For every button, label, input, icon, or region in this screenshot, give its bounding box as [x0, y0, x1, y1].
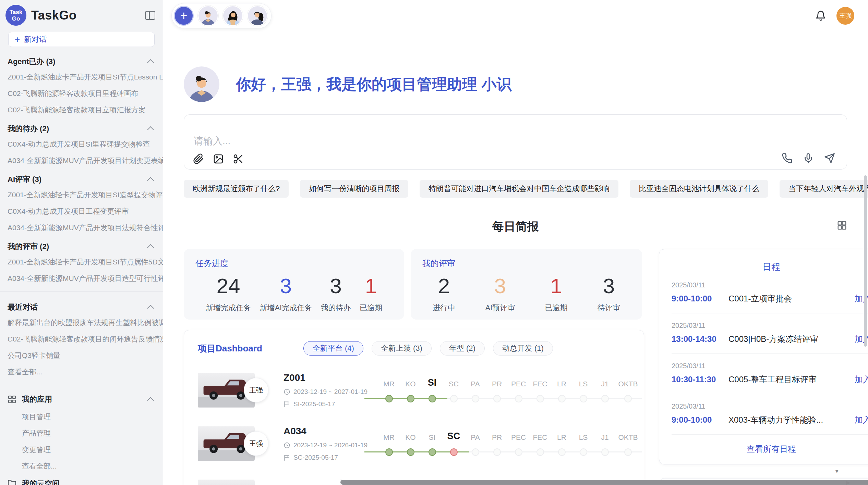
milestone-label: FEC: [533, 380, 547, 388]
suggestion-chip[interactable]: 当下年轻人对汽车外观有怎样的喜好趋势: [780, 180, 868, 198]
milestone-label: PR: [492, 380, 502, 388]
milestone-dot-done: [407, 395, 414, 402]
sidebar-item-my-apps[interactable]: 我的应用: [0, 390, 163, 409]
phone-call-icon[interactable]: [782, 153, 793, 164]
suggestion-chip[interactable]: 特朗普可能对进口汽车增税会对中国车企造成哪些影响: [420, 180, 618, 198]
milestone-dot-done: [407, 448, 414, 456]
dashboard-title: 项目Dashboard: [198, 343, 262, 355]
milestone-dot-done: [385, 395, 393, 402]
milestone-label: MR: [383, 380, 395, 388]
sidebar-item[interactable]: A034-全新新能源MUV产品开发项目造型可行性评审: [0, 270, 163, 287]
sidebar-item[interactable]: A034-全新新能源MUV产品开发项目计划变更表编写: [0, 152, 163, 169]
horizontal-scrollbar[interactable]: ▶: [340, 480, 868, 485]
app-item-change-mgmt[interactable]: 变更管理: [0, 442, 163, 458]
apps-view-all[interactable]: 查看全部...: [0, 458, 163, 474]
stat-pending-review: 3 待评审: [598, 274, 620, 313]
milestone-dot: [515, 448, 522, 456]
app-item-project-mgmt[interactable]: 项目管理: [0, 409, 163, 425]
input-right-icons: [782, 153, 835, 164]
sidebar-item[interactable]: C02-飞腾新能源轻客改款项目里程碑画布: [0, 85, 163, 102]
section-recent-chats[interactable]: 最近对话: [0, 297, 163, 314]
scroll-right-arrow[interactable]: ▶: [846, 480, 850, 485]
topbar: + 王强: [163, 0, 868, 28]
milestone-label: SC: [449, 380, 459, 388]
milestone-dot: [537, 448, 544, 456]
sidebar-item-cloud-space[interactable]: 我的云空间: [0, 474, 163, 485]
recent-chat-item[interactable]: 公司Q3轻卡销量: [0, 347, 163, 364]
project-name: A034: [284, 426, 369, 437]
event-title: C005-整车工程目标评审: [728, 374, 850, 385]
event-date: 2025/03/11: [672, 402, 868, 410]
suggestion-chip[interactable]: 比亚迪全固态电池计划具体说了什么: [630, 180, 768, 198]
milestone-dot: [580, 395, 587, 402]
add-agent-button[interactable]: +: [174, 6, 194, 26]
milestone-dot: [558, 448, 566, 456]
sidebar-item[interactable]: Z001-全新燃油轻卡产品开发项目SI造型提交物评审: [0, 187, 163, 203]
milestone-label: J1: [601, 380, 608, 388]
stat-overdue: 1 已逾期: [360, 274, 382, 313]
content: 你好，王强，我是你的项目管理助理 小识 欧洲新规最近颁布了什么? 如何写一份清晰…: [163, 66, 868, 485]
join-link[interactable]: 加入: [855, 414, 868, 425]
milestone-dot: [537, 395, 544, 402]
assistant-avatar: [184, 66, 219, 102]
task-progress-title: 任务进度: [195, 258, 393, 269]
left-column: 任务进度 24 新增完成任务 3 新增AI完成任务 3: [184, 249, 644, 485]
join-link[interactable]: 加入: [855, 374, 868, 385]
tab-powertrain[interactable]: 动总开发 (1): [493, 341, 553, 356]
suggestion-chips: 欧洲新规最近颁布了什么? 如何写一份清晰的项目周报 特朗普可能对进口汽车增税会对…: [184, 180, 847, 198]
project-car-image: [198, 478, 255, 485]
chat-input[interactable]: [194, 135, 658, 151]
greeting-text: 你好，王强，我是你的项目管理助理 小识: [236, 74, 511, 95]
milestone-chart: MR KO SI SC PA PR PEC FEC LR LS J1: [378, 431, 640, 457]
section-agent-done[interactable]: Agent已办 (3): [0, 51, 163, 69]
tab-new-body[interactable]: 全新上装 (3): [372, 341, 432, 356]
notification-bell-icon[interactable]: [815, 10, 826, 21]
vertical-scrollbar-thumb[interactable]: [864, 175, 867, 347]
milestone-label: PR: [492, 433, 502, 441]
attachment-icon[interactable]: [193, 153, 204, 164]
sidebar-item[interactable]: C02-飞腾新能源轻客改款项目立项汇报方案: [0, 102, 163, 118]
image-icon[interactable]: [213, 153, 224, 164]
new-chat-button[interactable]: + 新对话: [8, 32, 155, 47]
event-date: 2025/03/11: [672, 322, 868, 329]
collapse-sidebar-icon[interactable]: [145, 11, 155, 20]
send-icon[interactable]: [824, 153, 835, 164]
section-ai-review[interactable]: AI评审 (3): [0, 169, 163, 187]
milestone-dot-overdue: [450, 448, 458, 456]
tab-model-year[interactable]: 年型 (2): [440, 341, 485, 356]
milestone-dot: [493, 448, 501, 456]
recent-chat-item[interactable]: C02-飞腾新能源轻客改款项目的闭环通告反馈情况: [0, 331, 163, 347]
task-progress-card: 任务进度 24 新增完成任务 3 新增AI完成任务 3: [184, 249, 404, 320]
right-column: 日程 2025/03/11 9:00-10:00 C001-立项审批会 加入 2…: [659, 249, 868, 485]
view-all-schedule-link[interactable]: 查看所有日程: [672, 435, 868, 457]
dashboard-tabs: 全新平台 (4) 全新上装 (3) 年型 (2) 动总开发 (1): [303, 341, 553, 356]
agent-avatar-1[interactable]: [198, 5, 218, 26]
user-avatar[interactable]: 王强: [836, 7, 854, 25]
app-item-product-mgmt[interactable]: 产品管理: [0, 425, 163, 442]
sidebar-item[interactable]: Z001-全新燃油皮卡产品开发项目SI节点Lesson Learn报告: [0, 69, 163, 85]
sidebar-item[interactable]: Z001-全新燃油轻卡产品开发项目SI节点属性5D文件评审: [0, 254, 163, 270]
sidebar-item[interactable]: A034-全新新能源MUV产品开发项目法规符合性评审: [0, 220, 163, 236]
suggestion-chip[interactable]: 如何写一份清晰的项目周报: [300, 180, 408, 198]
sidebar-item[interactable]: C0X4-动力总成开发项目SI里程碑提交物检查: [0, 136, 163, 152]
agent-avatar-3[interactable]: [247, 5, 268, 26]
app-logo: Task Go: [5, 5, 26, 26]
suggestion-chip[interactable]: 欧洲新规最近颁布了什么?: [184, 180, 289, 198]
scroll-down-indicator[interactable]: ▼: [834, 469, 839, 474]
section-my-todo[interactable]: 我的待办 (2): [0, 118, 163, 136]
recent-chat-item[interactable]: 解释最新出台的欧盟报废车法规再生塑料比例被调至15%...: [0, 314, 163, 331]
recent-view-all[interactable]: 查看全部...: [0, 364, 163, 380]
sidebar-item[interactable]: C0X4-动力总成开发项目工程变更评审: [0, 203, 163, 220]
milestone-label: SI: [429, 433, 436, 441]
section-my-review[interactable]: 我的评审 (2): [0, 236, 163, 254]
project-row-z001[interactable]: 王强 Z001 2023-12-19 ~ 2027-01-19 SI-2025-…: [198, 371, 630, 409]
tab-new-platform[interactable]: 全新平台 (4): [303, 341, 363, 356]
agent-avatar-2[interactable]: [222, 5, 243, 26]
horizontal-scrollbar-thumb[interactable]: [340, 480, 868, 485]
sidebar-header: Task Go TaskGo: [0, 0, 163, 29]
project-row-a034[interactable]: 王强 A034 2023-12-19 ~ 2026-01-19 SC-2025-…: [198, 425, 630, 462]
scissors-icon[interactable]: [233, 153, 244, 164]
layout-grid-icon[interactable]: [837, 220, 847, 231]
microphone-icon[interactable]: [803, 153, 814, 164]
milestone-dot: [558, 395, 566, 402]
